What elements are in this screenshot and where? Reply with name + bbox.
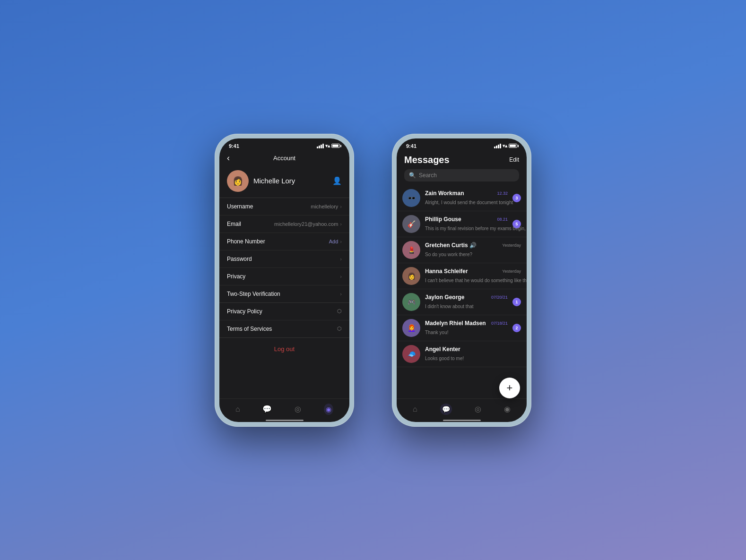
logout-button[interactable]: Log out (219, 338, 349, 360)
privacy-label: Privacy (227, 273, 245, 280)
message-preview-1: This is my final revision before my exam… (425, 226, 527, 231)
nav-chat-1[interactable]: 💬 (259, 404, 276, 414)
two-step-chevron: › (340, 291, 342, 297)
home-icon-2: ⌂ (413, 405, 417, 414)
account-title: Account (273, 155, 295, 162)
message-time-1: 08.21 (497, 217, 508, 222)
phone2-screen: 9:41 ▾▴ Messages Edit 🔍 Search (397, 138, 527, 422)
profile-name: Michelle Lory (253, 177, 328, 185)
message-name-5: Madelyn Rhiel Madsen (425, 320, 486, 327)
message-item-1[interactable]: 🎸 Phillip Gouse 08.21 This is my final r… (397, 211, 527, 237)
message-list: 🕶️ Zain Workman 12.32 Alright, I would s… (397, 185, 527, 398)
nav-home-2[interactable]: ⌂ (409, 404, 421, 414)
messages-title: Messages (404, 155, 450, 165)
password-item[interactable]: Password › (219, 250, 349, 268)
privacy-policy-label: Privacy Policy (227, 308, 262, 315)
message-item-0[interactable]: 🕶️ Zain Workman 12.32 Alright, I would s… (397, 185, 527, 211)
message-item-2[interactable]: 💄 Gretchen Curtis 🔊 Yesterday So do you … (397, 237, 527, 263)
message-item-5[interactable]: 👩‍🦰 Madelyn Rhiel Madsen 07/18/21 Thank … (397, 315, 527, 341)
privacy-policy-external-icon: ⬡ (337, 308, 342, 314)
avatar-emoji-5: 👩‍🦰 (408, 324, 416, 332)
nav-discover-1[interactable]: ◎ (291, 404, 305, 414)
nav-home-1[interactable]: ⌂ (232, 404, 244, 414)
password-label: Password (227, 256, 252, 262)
status-icons-2: ▾▴ (494, 143, 517, 148)
avatar-emoji: 👩 (233, 176, 243, 186)
message-avatar-0: 🕶️ (402, 189, 420, 207)
username-item[interactable]: Username michellelory › (219, 198, 349, 215)
username-label: Username (227, 203, 253, 210)
terms-of-services-item[interactable]: Terms of Services ⬡ (219, 320, 349, 337)
nav-chat-2[interactable]: 💬 (436, 403, 456, 416)
search-bar[interactable]: 🔍 Search (404, 169, 519, 181)
message-time-2: Yesterday (502, 243, 521, 248)
message-name-row-1: Phillip Gouse 08.21 (425, 216, 508, 223)
messages-title-row: Messages Edit (404, 155, 519, 165)
status-bar-2: 9:41 ▾▴ (397, 138, 527, 152)
message-content-3: Hanna Schleifer Yesterday I can't believ… (425, 268, 521, 284)
fab-button[interactable]: + (499, 378, 520, 398)
message-name-0: Zain Workman (425, 190, 464, 197)
two-step-item[interactable]: Two-Step Verification › (219, 285, 349, 302)
avatar-emoji-2: 💄 (408, 246, 416, 254)
username-value: michellelory › (311, 204, 342, 209)
message-name-row-5: Madelyn Rhiel Madsen 07/18/21 (425, 320, 508, 327)
two-step-label: Two-Step Verification (227, 291, 280, 297)
status-time-1: 9:41 (229, 143, 239, 149)
message-name-2: Gretchen Curtis 🔊 (425, 242, 477, 249)
message-avatar-1: 🎸 (402, 215, 420, 233)
privacy-item[interactable]: Privacy › (219, 268, 349, 285)
status-icons-1: ▾▴ (317, 143, 340, 148)
message-name-4: Jaylon George (425, 294, 464, 301)
message-content-6: Angel Kenter Looks good to me! (425, 346, 521, 362)
discover-icon-2: ◎ (475, 405, 481, 414)
home-indicator-2 (443, 420, 481, 421)
message-content-4: Jaylon George 07/20/21 I didn't know abo… (425, 294, 508, 310)
message-name-6: Angel Kenter (425, 346, 460, 353)
privacy-policy-item[interactable]: Privacy Policy ⬡ (219, 303, 349, 320)
profile-avatar: 👩 (227, 170, 249, 192)
phone2-shell: 9:41 ▾▴ Messages Edit 🔍 Search (392, 134, 531, 427)
email-label: Email (227, 221, 241, 227)
terms-external-icon: ⬡ (337, 326, 342, 332)
nav-profile-2[interactable]: ◉ (500, 404, 514, 414)
nav-profile-1[interactable]: ◉ (320, 403, 337, 416)
avatar-emoji-4: 🎮 (408, 298, 416, 306)
message-content-5: Madelyn Rhiel Madsen 07/18/21 Thank you! (425, 320, 508, 336)
message-time-5: 07/18/21 (491, 321, 508, 326)
account-screen-content: 👩 Michelle Lory 👤 Username michellelory … (219, 164, 349, 398)
message-name-1: Phillip Gouse (425, 216, 461, 223)
status-bar-1: 9:41 ▾▴ (219, 138, 349, 152)
avatar-emoji-0: 🕶️ (408, 194, 416, 202)
chat-icon-2: 💬 (440, 404, 452, 415)
message-item-4[interactable]: 🎮 Jaylon George 07/20/21 I didn't know a… (397, 289, 527, 315)
message-name-3: Hanna Schleifer (425, 268, 468, 275)
account-profile: 👩 Michelle Lory 👤 (219, 164, 349, 198)
message-avatar-2: 💄 (402, 241, 420, 259)
message-preview-6: Looks good to me! (425, 356, 464, 361)
terms-of-services-label: Terms of Services (227, 326, 272, 332)
email-item[interactable]: Email michellelory21@yahoo.com › (219, 215, 349, 233)
message-item-6[interactable]: 🧢 Angel Kenter Looks good to me! (397, 341, 527, 367)
message-avatar-4: 🎮 (402, 293, 420, 311)
search-placeholder: Search (419, 172, 437, 179)
phone-number-item[interactable]: Phone Number Add › (219, 233, 349, 250)
message-preview-4: I didn't know about that (425, 304, 474, 309)
avatar-emoji-1: 🎸 (408, 220, 416, 228)
profile-edit-icon[interactable]: 👤 (332, 176, 342, 185)
message-item-3[interactable]: 👩 Hanna Schleifer Yesterday I can't beli… (397, 263, 527, 289)
message-avatar-3: 👩 (402, 267, 420, 285)
back-button[interactable]: ‹ (227, 153, 230, 163)
phone-add-value: Add › (329, 239, 342, 244)
email-value: michellelory21@yahoo.com › (274, 221, 342, 227)
message-name-row-6: Angel Kenter (425, 346, 521, 353)
privacy-chevron: › (340, 274, 342, 279)
edit-button[interactable]: Edit (509, 156, 519, 163)
message-preview-0: Alright, I would send the document tonig… (425, 200, 513, 205)
message-name-row-0: Zain Workman 12.32 (425, 190, 508, 197)
battery-icon-1 (331, 144, 340, 148)
settings-group-1: Username michellelory › Email michellelo… (219, 198, 349, 303)
message-badge-0: 3 (512, 194, 521, 202)
nav-discover-2[interactable]: ◎ (471, 404, 485, 414)
bottom-nav-2: ⌂ 💬 ◎ ◉ (397, 398, 527, 418)
